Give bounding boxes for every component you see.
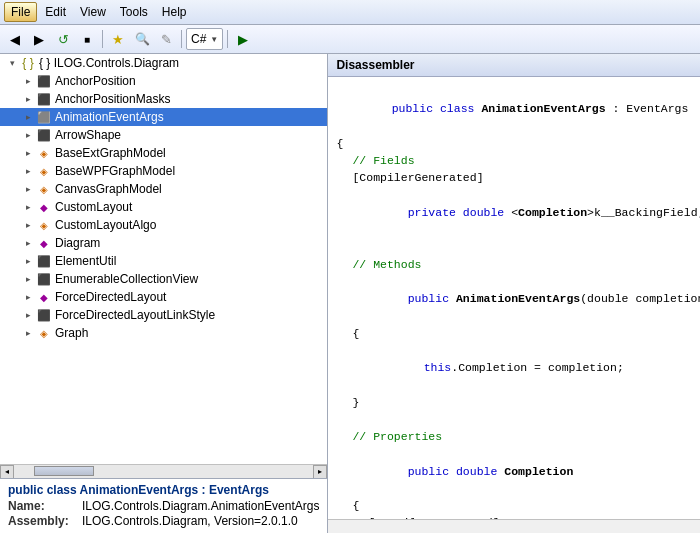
list-item[interactable]: ▸ ⬛ AnimationEventArgs — [0, 108, 327, 126]
expand-icon[interactable]: ▸ — [20, 253, 36, 269]
scroll-right-icon[interactable]: ▸ — [313, 465, 327, 479]
menu-edit[interactable]: Edit — [39, 3, 72, 21]
right-panel: Disassembler public class AnimationEvent… — [328, 54, 700, 533]
list-item[interactable]: ▸ ⬛ EnumerableCollectionView — [0, 270, 327, 288]
code-line: { — [336, 497, 700, 514]
horizontal-scrollbar[interactable]: ◂ ▸ — [0, 464, 327, 478]
list-item[interactable]: ▸ ⬛ ArrowShape — [0, 126, 327, 144]
item-label: BaseWPFGraphModel — [55, 164, 175, 178]
class-icon: ⬛ — [36, 73, 52, 89]
item-label: AnchorPositionMasks — [55, 92, 170, 106]
expand-icon[interactable]: ▸ — [20, 145, 36, 161]
disassembler-header: Disassembler — [328, 54, 700, 77]
expand-icon[interactable]: ▸ — [20, 289, 36, 305]
list-item[interactable]: ▸ ◆ Diagram — [0, 234, 327, 252]
list-item[interactable]: ▸ ◆ CustomLayout — [0, 198, 327, 216]
item-label: Graph — [55, 326, 88, 340]
tree-root[interactable]: ▾ { } { } ILOG.Controls.Diagram — [0, 54, 327, 72]
class-icon: ◆ — [36, 235, 52, 251]
run-button[interactable]: ▶ — [232, 28, 254, 50]
expand-icon[interactable]: ▸ — [20, 163, 36, 179]
menu-tools[interactable]: Tools — [114, 3, 154, 21]
expand-icon[interactable]: ▸ — [20, 109, 36, 125]
namespace-icon: { } — [20, 55, 36, 71]
class-icon: ◈ — [36, 145, 52, 161]
menu-view[interactable]: View — [74, 3, 112, 21]
code-line: public AnimationEventArgs(double complet… — [336, 273, 700, 325]
menu-file[interactable]: File — [4, 2, 37, 22]
item-label: ForceDirectedLayout — [55, 290, 166, 304]
keyword: public class — [392, 102, 482, 115]
class-icon: ⬛ — [36, 253, 52, 269]
disassembler-content[interactable]: public class AnimationEventArgs : EventA… — [328, 77, 700, 519]
class-icon: ◆ — [36, 199, 52, 215]
expand-icon[interactable]: ▸ — [20, 181, 36, 197]
list-item[interactable]: ▸ ⬛ ForceDirectedLayoutLinkStyle — [0, 306, 327, 324]
expand-root-icon[interactable]: ▾ — [4, 55, 20, 71]
code-line: } — [336, 394, 700, 411]
info-class-name: AnimationEventArgs — [80, 483, 199, 497]
tree-root-label: { } ILOG.Controls.Diagram — [39, 56, 179, 70]
name-value: ILOG.Controls.Diagram.AnimationEventArgs — [82, 499, 319, 513]
name-label: Name: — [8, 499, 78, 513]
item-label: BaseExtGraphModel — [55, 146, 166, 160]
code-text: : EventArgs — [606, 102, 689, 115]
stop-button[interactable]: ■ — [76, 28, 98, 50]
code-line: [CompilerGenerated] — [336, 169, 700, 186]
tree-scroll[interactable]: ▾ { } { } ILOG.Controls.Diagram ▸ ⬛ Anch… — [0, 54, 327, 464]
disassembler-scrollbar[interactable] — [328, 519, 700, 533]
language-dropdown[interactable]: C# ▼ — [186, 28, 223, 50]
dropdown-arrow-icon: ▼ — [210, 35, 218, 44]
code-line — [336, 238, 700, 255]
list-item[interactable]: ▸ ⬛ AnchorPositionMasks — [0, 90, 327, 108]
code-line: // Methods — [336, 256, 700, 273]
list-item[interactable]: ▸ ◈ CanvasGraphModel — [0, 180, 327, 198]
tree-area: ▾ { } { } ILOG.Controls.Diagram ▸ ⬛ Anch… — [0, 54, 327, 478]
search-button[interactable]: 🔍 — [131, 28, 153, 50]
list-item[interactable]: ▸ ◈ CustomLayoutAlgo — [0, 216, 327, 234]
item-label: CustomLayout — [55, 200, 132, 214]
list-item[interactable]: ▸ ⬛ ElementUtil — [0, 252, 327, 270]
classname: AnimationEventArgs — [481, 102, 605, 115]
main-content: ▾ { } { } ILOG.Controls.Diagram ▸ ⬛ Anch… — [0, 54, 700, 533]
item-label: CanvasGraphModel — [55, 182, 162, 196]
star-button[interactable]: ★ — [107, 28, 129, 50]
item-label: ForceDirectedLayoutLinkStyle — [55, 308, 215, 322]
list-item[interactable]: ▸ ◆ ForceDirectedLayout — [0, 288, 327, 306]
edit-button[interactable]: ✎ — [155, 28, 177, 50]
class-icon: ◈ — [36, 163, 52, 179]
list-item[interactable]: ▸ ◈ Graph — [0, 324, 327, 342]
expand-icon[interactable]: ▸ — [20, 127, 36, 143]
forward-button[interactable]: ▶ — [28, 28, 50, 50]
class-icon: ◈ — [36, 181, 52, 197]
item-label: ArrowShape — [55, 128, 121, 142]
refresh-button[interactable]: ↺ — [52, 28, 74, 50]
expand-icon[interactable]: ▸ — [20, 199, 36, 215]
code-line: // Properties — [336, 428, 700, 445]
expand-icon[interactable]: ▸ — [20, 73, 36, 89]
h-scroll-thumb[interactable] — [34, 466, 94, 476]
item-label: EnumerableCollectionView — [55, 272, 198, 286]
expand-icon[interactable]: ▸ — [20, 307, 36, 323]
scroll-left-icon[interactable]: ◂ — [0, 465, 14, 479]
back-button[interactable]: ◀ — [4, 28, 26, 50]
list-item[interactable]: ▸ ⬛ AnchorPosition — [0, 72, 327, 90]
class-icon: ⬛ — [36, 271, 52, 287]
list-item[interactable]: ▸ ◈ BaseExtGraphModel — [0, 144, 327, 162]
code-line: public double Completion — [336, 445, 700, 497]
h-scroll-track[interactable] — [14, 465, 313, 478]
code-line: { — [336, 325, 700, 342]
expand-icon[interactable]: ▸ — [20, 91, 36, 107]
expand-icon[interactable]: ▸ — [20, 325, 36, 341]
list-item[interactable]: ▸ ◈ BaseWPFGraphModel — [0, 162, 327, 180]
expand-icon[interactable]: ▸ — [20, 235, 36, 251]
expand-icon[interactable]: ▸ — [20, 217, 36, 233]
class-icon: ⬛ — [36, 127, 52, 143]
menu-help[interactable]: Help — [156, 3, 193, 21]
item-label: CustomLayoutAlgo — [55, 218, 156, 232]
code-line: public class AnimationEventArgs : EventA… — [336, 83, 700, 135]
class-icon: ⬛ — [36, 109, 52, 125]
code-line: // Fields — [336, 152, 700, 169]
code-line: private double <Completion>k__BackingFie… — [336, 187, 700, 239]
expand-icon[interactable]: ▸ — [20, 271, 36, 287]
